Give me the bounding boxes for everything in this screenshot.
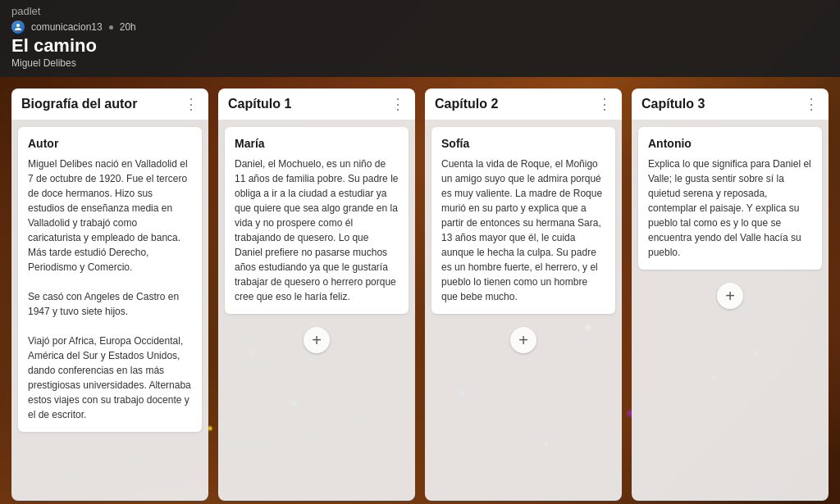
card-title-col-bio-0: Autor <box>28 137 192 150</box>
column-menu-icon-col-bio[interactable]: ⋮ <box>184 97 199 111</box>
page-subtitle: Miguel Delibes <box>11 57 829 69</box>
column-header-col-cap3: Capítulo 3⋮ <box>632 89 829 120</box>
column-col-cap1: Capítulo 1⋮MaríaDaniel, el Mochuelo, es … <box>218 89 415 501</box>
column-header-col-cap2: Capítulo 2⋮ <box>425 89 622 120</box>
card-text-col-bio-0: Miguel Delibes nació en Valladolid el 7 … <box>28 157 192 422</box>
column-col-bio: Biografía del autor⋮AutorMiguel Delibes … <box>11 89 208 501</box>
card-text-col-cap1-0: Daniel, el Mochuelo, es un niño de 11 añ… <box>235 157 399 304</box>
meta-bar: comunicacion13 20h <box>11 20 829 34</box>
column-body-col-cap1: MaríaDaniel, el Mochuelo, es un niño de … <box>218 120 415 501</box>
card-title-col-cap3-0: Antonio <box>648 137 812 150</box>
column-title-col-cap2: Capítulo 2 <box>435 97 498 111</box>
columns-area: Biografía del autor⋮AutorMiguel Delibes … <box>0 77 840 501</box>
add-card-button-col-cap2[interactable]: + <box>510 327 536 353</box>
page-title: El camino <box>11 35 829 57</box>
column-menu-icon-col-cap2[interactable]: ⋮ <box>597 97 612 111</box>
column-menu-icon-col-cap3[interactable]: ⋮ <box>804 97 819 111</box>
add-card-button-col-cap3[interactable]: + <box>717 283 743 309</box>
column-header-col-bio: Biografía del autor⋮ <box>11 89 208 120</box>
card-col-cap2-0[interactable]: SofíaCuenta la vida de Roque, el Moñigo … <box>431 127 615 314</box>
column-col-cap3: Capítulo 3⋮AntonioExplica lo que signifi… <box>632 89 829 501</box>
time-ago-label: 20h <box>120 21 136 33</box>
card-col-cap1-0[interactable]: MaríaDaniel, el Mochuelo, es un niño de … <box>225 127 409 314</box>
card-title-col-cap1-0: María <box>235 137 399 150</box>
user-avatar <box>11 20 25 34</box>
column-title-col-cap3: Capítulo 3 <box>641 97 705 111</box>
column-body-col-bio: AutorMiguel Delibes nació en Valladolid … <box>11 120 208 501</box>
card-text-col-cap3-0: Explica lo que significa para Daniel el … <box>648 157 812 260</box>
svg-point-0 <box>16 24 20 27</box>
column-title-col-bio: Biografía del autor <box>21 97 137 111</box>
dot-sep <box>109 25 113 30</box>
card-title-col-cap2-0: Sofía <box>441 137 605 150</box>
column-body-col-cap3: AntonioExplica lo que significa para Dan… <box>632 120 829 501</box>
card-col-cap3-0[interactable]: AntonioExplica lo que significa para Dan… <box>638 127 822 270</box>
column-header-col-cap1: Capítulo 1⋮ <box>218 89 415 120</box>
column-body-col-cap2: SofíaCuenta la vida de Roque, el Moñigo … <box>425 120 622 501</box>
card-col-bio-0[interactable]: AutorMiguel Delibes nació en Valladolid … <box>18 127 202 432</box>
column-title-col-cap1: Capítulo 1 <box>228 97 291 111</box>
add-card-button-col-cap1[interactable]: + <box>304 327 330 353</box>
username-label: comunicacion13 <box>31 21 103 33</box>
card-text-col-cap2-0: Cuenta la vida de Roque, el Moñigo un am… <box>441 157 605 304</box>
column-menu-icon-col-cap1[interactable]: ⋮ <box>390 97 405 111</box>
padlet-brand: padlet <box>11 5 40 17</box>
top-bar: padlet comunicacion13 20h El camino Migu… <box>0 0 840 77</box>
column-col-cap2: Capítulo 2⋮SofíaCuenta la vida de Roque,… <box>425 89 622 501</box>
brand-bar: padlet <box>11 5 829 17</box>
